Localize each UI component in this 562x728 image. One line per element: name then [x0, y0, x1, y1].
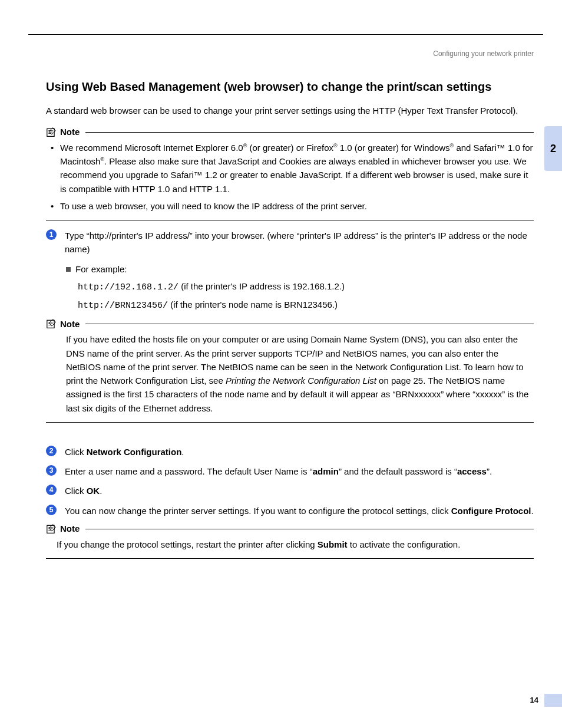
note-end-rule [46, 220, 534, 220]
note-header: Note [46, 318, 534, 329]
page: Configuring your network printer 2 Using… [0, 0, 562, 728]
example-2-code: http://BRN123456/ [78, 301, 168, 311]
note-header: Note [46, 127, 534, 137]
note1-bullet-1: We recommend Microsoft Internet Explorer… [46, 141, 534, 196]
intro-paragraph: A standard web browser can be used to ch… [46, 104, 534, 117]
square-bullet-icon [66, 267, 71, 272]
example-1: http://192.168.1.2/ (if the printer's IP… [78, 279, 534, 294]
step-4-text: Click OK. [65, 484, 534, 498]
step-5: 5 You can now change the printer server … [46, 504, 534, 518]
note1-bullet-2: To use a web browser, you will need to k… [46, 199, 534, 213]
chapter-number: 2 [550, 143, 556, 155]
note-icon [46, 127, 58, 137]
header-breadcrumb: Configuring your network printer [433, 50, 534, 58]
note2-body: If you have edited the hosts file on you… [66, 332, 534, 415]
step-number-2: 2 [46, 446, 57, 456]
example-label: For example: [66, 262, 534, 276]
step-1: 1 Type “http://printer's IP address/” in… [46, 229, 534, 256]
content: Using Web Based Management (web browser)… [46, 80, 534, 567]
step-1-text: Type “http://printer's IP address/” into… [65, 229, 534, 256]
page-number-tab [544, 694, 562, 707]
note-label: Note [60, 127, 80, 137]
step-number-5: 5 [46, 505, 57, 515]
step-number-1: 1 [46, 229, 57, 240]
step-3-text: Enter a user name and a password. The de… [65, 465, 534, 478]
note-icon [46, 523, 58, 534]
chapter-tab: 2 [544, 126, 562, 171]
step-4: 4 Click OK. [46, 484, 534, 498]
note-header: Note [46, 523, 534, 534]
registered-mark: ® [333, 143, 338, 149]
chapter-tab-sidebar: 2 [544, 126, 562, 171]
page-title: Using Web Based Management (web browser)… [46, 80, 534, 94]
step-number-4: 4 [46, 485, 57, 495]
note-icon [46, 318, 58, 329]
page-number: 14 [530, 696, 538, 704]
header-rule [28, 34, 543, 35]
example-2: http://BRN123456/ (if the printer's node… [78, 298, 534, 312]
note1-bullets: We recommend Microsoft Internet Explorer… [46, 141, 534, 213]
note3-body: If you change the protocol settings, res… [57, 538, 534, 551]
note-end-rule [46, 422, 534, 423]
step-2: 2 Click Network Configuration. [46, 445, 534, 459]
note-label: Note [60, 523, 80, 533]
step-3: 3 Enter a user name and a password. The … [46, 465, 534, 478]
note-label: Note [60, 319, 80, 329]
note-rule [85, 529, 534, 529]
note-rule [85, 324, 534, 324]
step-5-text: You can now change the printer server se… [65, 504, 534, 518]
step-number-3: 3 [46, 465, 57, 476]
note-end-rule [46, 558, 534, 559]
note-rule [85, 132, 534, 133]
step-2-text: Click Network Configuration. [65, 445, 534, 459]
note2-link[interactable]: Printing the Network Configuration List [226, 375, 376, 386]
example-1-code: http://192.168.1.2/ [78, 282, 178, 292]
